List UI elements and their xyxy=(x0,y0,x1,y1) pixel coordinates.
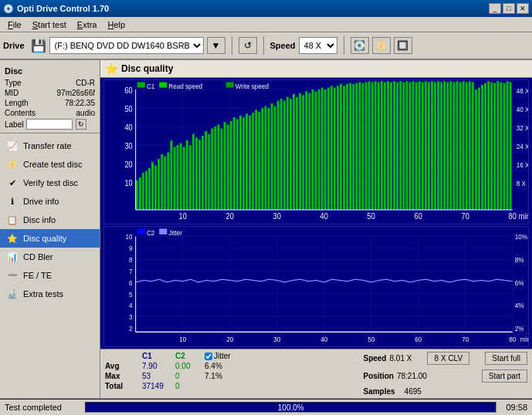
disc-mid-key: MID xyxy=(5,89,19,97)
progress-pct-text: 100.0% xyxy=(86,403,496,412)
status-time: 09:58 xyxy=(506,403,527,412)
svg-text:10: 10 xyxy=(124,178,133,187)
sidebar-label-cd-bler: CD Bler xyxy=(23,252,53,261)
menu-start-test[interactable]: Start test xyxy=(28,19,71,30)
start-part-button[interactable]: Start part xyxy=(482,369,527,383)
svg-rect-70 xyxy=(239,116,242,210)
svg-rect-108 xyxy=(358,82,361,210)
titlebar: 💿 Opti Drive Control 1.70 _ □ ✕ xyxy=(0,0,532,17)
svg-rect-47 xyxy=(167,153,169,210)
drive-select[interactable]: (F:) BENQ DVD DD DW1640 BSRB xyxy=(49,37,204,54)
svg-text:min: min xyxy=(519,211,528,221)
svg-rect-137 xyxy=(449,81,452,210)
svg-rect-44 xyxy=(158,159,160,210)
svg-rect-52 xyxy=(183,147,185,210)
sidebar-item-transfer-rate[interactable]: 📈 Transfer rate xyxy=(0,137,100,155)
svg-rect-39 xyxy=(142,173,144,210)
svg-text:40: 40 xyxy=(124,123,133,132)
sidebar-item-disc-info[interactable]: 📋 Disc info xyxy=(0,211,100,229)
menu-file[interactable]: File xyxy=(3,19,26,30)
sidebar-item-extra-tests[interactable]: 🔬 Extra tests xyxy=(0,285,100,303)
svg-rect-112 xyxy=(371,82,374,210)
svg-rect-65 xyxy=(224,122,226,210)
drive-icon: 💾 xyxy=(31,39,46,53)
svg-rect-152 xyxy=(496,81,499,210)
svg-rect-130 xyxy=(428,82,430,210)
disc-contents-val: audio xyxy=(76,109,95,117)
content-title: Disc quality xyxy=(121,63,173,74)
sidebar-item-create-test-disc[interactable]: 📀 Create test disc xyxy=(0,155,100,174)
svg-text:Write speed: Write speed xyxy=(236,82,269,90)
svg-rect-92 xyxy=(308,93,310,210)
svg-rect-153 xyxy=(500,82,502,210)
svg-rect-97 xyxy=(324,89,327,210)
svg-rect-127 xyxy=(418,81,421,210)
svg-text:5: 5 xyxy=(129,290,133,299)
app-title: Opti Drive Control 1.70 xyxy=(17,4,109,13)
disc-length-key: Length xyxy=(5,99,29,107)
menu-extra[interactable]: Extra xyxy=(73,19,102,30)
sidebar-item-drive-info[interactable]: ℹ Drive info xyxy=(0,192,100,211)
drive-arrow-button[interactable]: ▼ xyxy=(207,37,225,54)
svg-rect-161 xyxy=(226,82,234,87)
disc-type-row: Type CD-R xyxy=(5,79,95,87)
svg-text:48 X: 48 X xyxy=(517,86,528,95)
chart1-svg: 60 50 40 30 20 10 48 X 40 X 32 X 24 X 16… xyxy=(104,80,528,224)
content-header-icon: ⭐ xyxy=(105,62,118,75)
svg-rect-142 xyxy=(466,82,468,210)
speed-mode-button[interactable]: 8 X CLV xyxy=(427,352,469,365)
start-full-button[interactable]: Start full xyxy=(485,352,527,365)
svg-text:10%: 10% xyxy=(515,232,527,241)
stats-c2-header: C2 xyxy=(175,352,198,360)
jitter-checkbox[interactable] xyxy=(205,353,212,360)
svg-rect-151 xyxy=(493,83,496,210)
svg-rect-146 xyxy=(478,88,480,210)
svg-rect-144 xyxy=(472,82,474,210)
svg-rect-72 xyxy=(246,113,248,210)
refresh-button[interactable]: ↺ xyxy=(239,37,257,54)
sidebar-item-disc-quality[interactable]: ⭐ Disc quality xyxy=(0,229,100,248)
disc-info-icon: 📋 xyxy=(6,214,19,226)
svg-rect-63 xyxy=(217,125,219,210)
disc-contents-row: Contents audio xyxy=(5,109,95,117)
toolbar: Drive 💾 (F:) BENQ DVD DD DW1640 BSRB ▼ ↺… xyxy=(0,32,532,60)
svg-rect-68 xyxy=(233,117,236,210)
close-button[interactable]: ✕ xyxy=(517,3,529,14)
svg-text:50: 50 xyxy=(368,335,374,343)
position-value-text: 78:21.00 xyxy=(397,372,427,380)
max-c2: 0 xyxy=(175,372,198,380)
toolbar-btn-2[interactable]: 📀 xyxy=(372,37,391,54)
svg-rect-125 xyxy=(412,81,415,210)
jitter-label: Jitter xyxy=(214,352,231,360)
svg-rect-42 xyxy=(151,162,154,210)
svg-rect-60 xyxy=(208,134,210,210)
svg-rect-59 xyxy=(205,131,207,210)
menu-help[interactable]: Help xyxy=(103,19,130,30)
sidebar-item-verify-test-disc[interactable]: ✔ Verify test disc xyxy=(0,174,100,192)
disc-type-val: CD-R xyxy=(76,79,95,87)
svg-rect-122 xyxy=(402,82,405,210)
toolbar-btn-1[interactable]: 💽 xyxy=(351,37,369,54)
svg-text:Jitter: Jitter xyxy=(168,228,182,237)
disc-label-icon-button[interactable]: ↻ xyxy=(76,119,86,130)
total-c2: 0 xyxy=(175,382,198,390)
verify-test-disc-icon: ✔ xyxy=(6,177,19,189)
disc-label-input[interactable] xyxy=(26,119,73,130)
svg-rect-138 xyxy=(452,82,455,210)
svg-rect-69 xyxy=(236,119,239,210)
chart2-svg: 10 9 8 7 6 5 4 3 2 10% 8% 6% 4% 2% 10 xyxy=(104,227,528,346)
titlebar-controls: _ □ ✕ xyxy=(489,3,529,14)
disc-type-key: Type xyxy=(5,79,22,87)
speed-select[interactable]: 48 X xyxy=(299,37,337,54)
svg-rect-103 xyxy=(343,86,345,210)
toolbar-btn-3[interactable]: 🔲 xyxy=(394,37,412,54)
sidebar-item-cd-bler[interactable]: 📊 CD Bler xyxy=(0,248,100,266)
svg-rect-114 xyxy=(378,82,380,210)
maximize-button[interactable]: □ xyxy=(503,3,515,14)
avg-c2: 0.00 xyxy=(175,362,198,370)
minimize-button[interactable]: _ xyxy=(489,3,501,14)
svg-rect-141 xyxy=(463,81,465,210)
sidebar-item-fe-te[interactable]: 〰 FE / TE xyxy=(0,266,100,285)
svg-text:9: 9 xyxy=(129,244,133,252)
svg-rect-99 xyxy=(330,86,333,210)
